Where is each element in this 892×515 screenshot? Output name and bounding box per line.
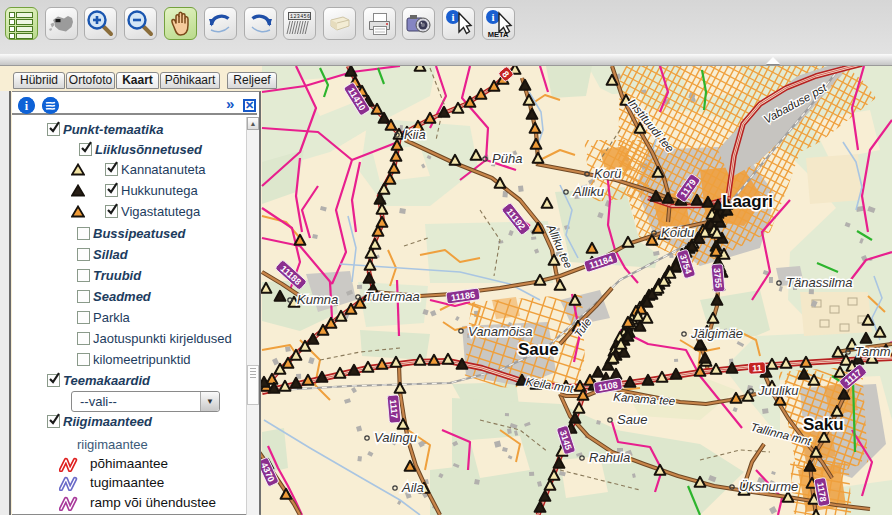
svg-text:META: META bbox=[488, 30, 509, 39]
svg-text:Tänassilma: Tänassilma bbox=[786, 275, 852, 290]
svg-text:Laagri: Laagri bbox=[722, 192, 773, 211]
svg-text:Saku: Saku bbox=[803, 415, 844, 434]
svg-text:Üksnurme: Üksnurme bbox=[739, 479, 798, 494]
svg-text:Vanamõisa: Vanamõisa bbox=[468, 324, 533, 339]
svg-text:Jälgimäe: Jälgimäe bbox=[690, 326, 743, 341]
svg-text:Saue: Saue bbox=[518, 340, 559, 359]
svg-text:Rahula: Rahula bbox=[589, 450, 630, 465]
svg-text:11: 11 bbox=[752, 363, 762, 373]
svg-text:Juuliku: Juuliku bbox=[757, 383, 798, 398]
svg-text:Kumna: Kumna bbox=[297, 292, 338, 307]
svg-text:Saue: Saue bbox=[617, 412, 647, 427]
svg-text:Valingu: Valingu bbox=[374, 430, 417, 445]
svg-text:Tamm: Tamm bbox=[855, 344, 891, 359]
svg-text:6: 6 bbox=[307, 14, 310, 20]
svg-text:i: i bbox=[491, 11, 494, 23]
svg-text:Koidu: Koidu bbox=[661, 225, 694, 240]
svg-text:Korü: Korü bbox=[594, 166, 621, 181]
svg-text:i: i bbox=[451, 11, 454, 23]
svg-text:3755: 3755 bbox=[712, 268, 724, 289]
svg-text:Kiia: Kiia bbox=[404, 127, 426, 142]
svg-text:Alliku: Alliku bbox=[572, 184, 604, 199]
svg-text:1117: 1117 bbox=[388, 399, 400, 419]
svg-text:Püha: Püha bbox=[492, 151, 522, 166]
svg-text:Tutermaa: Tutermaa bbox=[365, 289, 420, 304]
svg-text:Aila: Aila bbox=[401, 480, 424, 495]
